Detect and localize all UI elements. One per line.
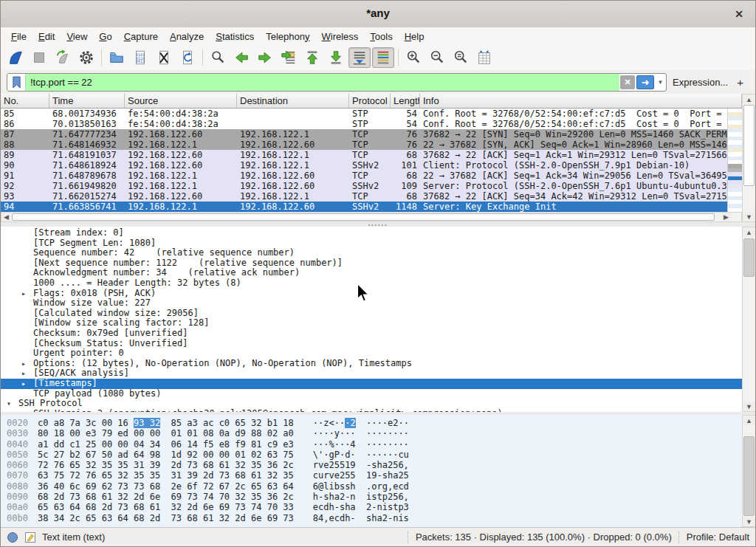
hex-row-0030[interactable]: 003080 18 00 e3 79 ed 00 00 01 01 08 0a … xyxy=(1,428,742,438)
file-save-icon[interactable]: 010101100011 xyxy=(129,47,151,68)
file-reload-icon[interactable] xyxy=(176,47,199,68)
column-header-destination[interactable]: Destination xyxy=(237,94,349,108)
bytes-vscrollbar[interactable]: ▲ ▼ xyxy=(742,415,756,527)
column-header-info[interactable]: Info xyxy=(420,94,742,108)
close-button[interactable]: ✕ xyxy=(732,7,746,21)
zoom-out-icon[interactable] xyxy=(426,47,448,68)
filter-apply-icon[interactable]: ➜ xyxy=(636,75,654,89)
go-bottom-icon[interactable] xyxy=(325,47,347,68)
packet-row-86[interactable]: 8670.013850163fe:54:00:d4:38:2aSTP54Conf… xyxy=(1,119,727,129)
expander-closed-icon[interactable]: ▸ xyxy=(21,359,26,369)
capture-comment-icon[interactable] xyxy=(24,531,36,543)
file-close-icon[interactable] xyxy=(153,47,175,68)
find-packet-icon[interactable] xyxy=(207,47,229,68)
scroll-up-icon[interactable]: ▲ xyxy=(743,94,755,104)
filter-clear-icon[interactable]: ✕ xyxy=(620,75,635,89)
filter-bookmark-icon[interactable] xyxy=(7,74,26,91)
detail-line[interactable]: Checksum: 0x79ed [unverified] xyxy=(1,328,742,339)
colorize-icon[interactable] xyxy=(372,47,394,68)
detail-line[interactable]: [Stream index: 0] xyxy=(1,228,742,238)
menu-item-file[interactable]: File xyxy=(5,29,32,44)
hex-row-0050[interactable]: 00505c 27 b2 67 50 ad 64 98 1d 92 00 00 … xyxy=(1,450,742,460)
resize-columns-icon[interactable] xyxy=(473,47,495,68)
hex-row-0080[interactable]: 008036 40 6c 69 62 73 73 68 2e 6f 72 67 … xyxy=(1,481,742,492)
packet-row-88[interactable]: 8871.648146932192.168.122.1192.168.122.6… xyxy=(1,140,727,150)
detail-line[interactable]: Urgent pointer: 0 xyxy=(1,348,742,359)
filter-history-caret-icon[interactable]: ▾ xyxy=(655,74,666,91)
expander-closed-icon[interactable]: ▸ xyxy=(21,368,26,379)
packet-row-93[interactable]: 9371.662015274192.168.122.60192.168.122.… xyxy=(1,191,727,202)
capture-restart-icon[interactable] xyxy=(52,47,74,68)
expander-closed-icon[interactable]: ▸ xyxy=(21,289,26,299)
scroll-up-icon[interactable]: ▲ xyxy=(743,227,755,237)
hex-row-0020[interactable]: 0020c0 a8 7a 3c 00 16 93 32 85 a3 ac c0 … xyxy=(1,418,742,428)
zoom-in-icon[interactable] xyxy=(402,47,425,68)
hex-row-0060[interactable]: 006072 76 65 32 35 35 31 39 2d 73 68 61 … xyxy=(1,460,742,470)
detail-line[interactable]: [Window size scaling factor: 128] xyxy=(1,318,742,328)
packet-row-94[interactable]: 9471.663856741192.168.122.1192.168.122.6… xyxy=(1,202,727,212)
detail-line[interactable]: ▸Flags: 0x018 (PSH, ACK) xyxy=(1,289,742,299)
expression-button[interactable]: Expression... xyxy=(673,77,728,88)
column-header-no[interactable]: No. xyxy=(1,94,49,108)
menu-item-view[interactable]: View xyxy=(61,29,93,44)
packet-row-91[interactable]: 9171.648789678192.168.122.1192.168.122.6… xyxy=(1,171,727,181)
column-header-protocol[interactable]: Protocol xyxy=(349,94,391,108)
detail-line[interactable]: Sequence number: 42 (relative sequence n… xyxy=(1,248,742,258)
go-back-icon[interactable] xyxy=(230,47,252,68)
hex-row-0090[interactable]: 009068 2d 73 68 61 32 2d 6e 69 73 74 70 … xyxy=(1,492,742,502)
menu-item-tools[interactable]: Tools xyxy=(364,29,398,44)
scroll-right-icon[interactable]: ▶ xyxy=(721,213,731,221)
capture-options-icon[interactable] xyxy=(75,47,97,68)
scroll-down-icon[interactable]: ▼ xyxy=(743,402,755,411)
go-forward-icon[interactable] xyxy=(254,47,276,68)
detail-line[interactable]: TCP payload (1080 bytes) xyxy=(1,389,742,399)
packet-list-vscrollbar[interactable]: ▲ ▼ xyxy=(742,94,756,222)
filter-add-button[interactable]: + xyxy=(734,76,749,89)
scroll-down-icon[interactable]: ▼ xyxy=(743,517,755,526)
scroll-thumb[interactable] xyxy=(12,213,715,221)
capture-stop-icon[interactable] xyxy=(28,47,50,68)
detail-line[interactable]: [Calculated window size: 29056] xyxy=(1,309,742,319)
detail-line[interactable]: Window size value: 227 xyxy=(1,298,742,309)
packet-list-minimap[interactable] xyxy=(727,109,742,212)
menu-item-help[interactable]: Help xyxy=(399,29,430,44)
file-open-icon[interactable] xyxy=(106,47,128,68)
capture-start-icon[interactable] xyxy=(4,47,27,68)
detail-line[interactable]: [Checksum Status: Unverified] xyxy=(1,339,742,349)
hex-row-0040[interactable]: 0040a1 dd c1 25 00 00 04 34 06 14 f5 e8 … xyxy=(1,439,742,450)
details-vscrollbar[interactable]: ▲ ▼ xyxy=(742,227,756,412)
packet-row-89[interactable]: 8971.648191037192.168.122.60192.168.122.… xyxy=(1,150,727,160)
packet-list-hscrollbar[interactable]: ◀ ▶ xyxy=(1,212,742,222)
display-filter-input[interactable] xyxy=(26,74,619,91)
detail-line[interactable]: ▸[Timestamps] xyxy=(1,379,742,389)
detail-line[interactable]: ▸[SEQ/ACK analysis] xyxy=(1,368,742,379)
menu-item-edit[interactable]: Edit xyxy=(32,29,61,44)
menu-item-go[interactable]: Go xyxy=(93,29,117,44)
expert-info-icon[interactable] xyxy=(7,531,18,543)
scroll-left-icon[interactable]: ◀ xyxy=(1,213,11,221)
column-header-source[interactable]: Source xyxy=(125,94,237,108)
hex-row-00a0[interactable]: 00a065 63 64 68 2d 73 68 61 32 2d 6e 69 … xyxy=(1,502,742,512)
detail-line[interactable]: 1000 .... = Header Length: 32 bytes (8) xyxy=(1,278,742,289)
scroll-thumb[interactable] xyxy=(743,436,755,516)
detail-line[interactable]: Acknowledgment number: 34 (relative ack … xyxy=(1,268,742,278)
menu-item-telephony[interactable]: Telephony xyxy=(260,29,315,44)
scroll-thumb[interactable] xyxy=(743,238,755,277)
profile-label[interactable]: Profile: Default xyxy=(687,531,749,543)
packet-row-87[interactable]: 8771.647777234192.168.122.60192.168.122.… xyxy=(1,129,727,140)
menu-item-capture[interactable]: Capture xyxy=(118,29,164,44)
column-header-time[interactable]: Time xyxy=(49,94,125,108)
go-top-icon[interactable] xyxy=(301,47,323,68)
menu-item-wireless[interactable]: Wireless xyxy=(316,29,365,44)
menu-item-statistics[interactable]: Statistics xyxy=(210,29,260,44)
expander-closed-icon[interactable]: ▸ xyxy=(21,379,26,389)
detail-line[interactable]: ▾SSH Protocol xyxy=(1,399,742,409)
scroll-thumb[interactable] xyxy=(743,105,755,186)
zoom-original-icon[interactable] xyxy=(450,47,472,68)
detail-line[interactable]: ▸Options: (12 bytes), No-Operation (NOP)… xyxy=(1,359,742,369)
autoscroll-icon[interactable] xyxy=(348,47,371,68)
menu-item-analyze[interactable]: Analyze xyxy=(164,29,210,44)
expander-open-icon[interactable]: ▾ xyxy=(7,399,11,409)
scroll-down-icon[interactable]: ▼ xyxy=(743,212,755,221)
detail-line[interactable]: [TCP Segment Len: 1080] xyxy=(1,238,742,249)
